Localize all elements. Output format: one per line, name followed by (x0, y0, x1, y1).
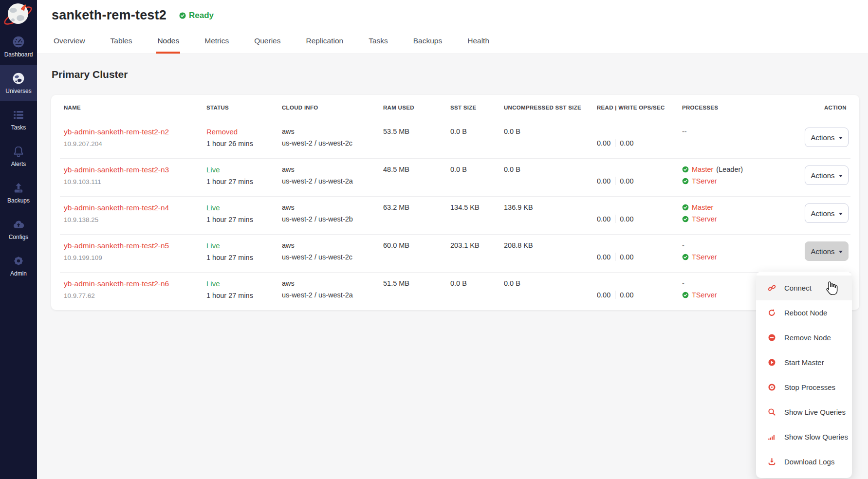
node-status: Live (206, 279, 282, 288)
sidebar-item-label: Admin (10, 270, 27, 277)
actions-button-open[interactable]: Actions (805, 241, 849, 261)
column-header-ram-used: RAM USED (383, 105, 450, 111)
tab-queries[interactable]: Queries (253, 33, 281, 54)
process-tserver-link[interactable]: TServer (692, 177, 717, 185)
node-ip: 10.9.103.111 (64, 178, 206, 185)
sidebar-item-alerts[interactable]: Alerts (0, 138, 37, 174)
write-ops: 0.00 (620, 253, 633, 261)
tab-nodes[interactable]: Nodes (156, 33, 180, 54)
cloud-region: us-west-2 / us-west-2b (282, 215, 383, 223)
divider (615, 253, 615, 261)
cloud-provider: aws (282, 241, 383, 249)
uncompressed-sst-size: 136.9 KB (504, 203, 597, 234)
menu-item-label: Show Live Queries (784, 408, 846, 416)
cloud-region: us-west-2 / us-west-2a (282, 177, 383, 185)
status-badge: Ready (179, 11, 214, 20)
menu-item-label: Reboot Node (784, 309, 827, 317)
tab-tasks[interactable]: Tasks (368, 33, 389, 54)
column-header-action: ACTION (814, 105, 859, 111)
process-tserver-link[interactable]: TServer (692, 253, 717, 261)
reboot-icon (768, 309, 776, 317)
cloud-provider: aws (282, 166, 383, 173)
menu-item-reboot-node[interactable]: Reboot Node (756, 300, 852, 325)
node-link[interactable]: yb-admin-sanketh-rem-test2-n3 (64, 166, 169, 174)
sidebar-item-label: Dashboard (4, 51, 33, 58)
node-link[interactable]: yb-admin-sanketh-rem-test2-n4 (64, 203, 169, 212)
sidebar-item-admin[interactable]: Admin (0, 247, 37, 284)
node-status: Live (206, 203, 282, 212)
universe-title: sanketh-rem-test2 (52, 8, 166, 23)
menu-item-label: Stop Processes (784, 383, 835, 391)
menu-item-show-slow-queries[interactable]: Show Slow Queries (756, 424, 852, 449)
sst-size: 0.0 B (450, 166, 504, 196)
process-tserver-link[interactable]: TServer (692, 291, 717, 299)
tab-overview[interactable]: Overview (53, 33, 86, 54)
process-master-link[interactable]: Master (692, 203, 713, 211)
stop-circle-icon (768, 383, 776, 391)
tab-replication[interactable]: Replication (305, 33, 344, 54)
cloud-provider: aws (282, 203, 383, 211)
node-uptime: 1 hour 27 mins (206, 254, 282, 261)
ram-used: 63.2 MB (383, 203, 450, 234)
chain-link-icon (768, 284, 776, 292)
menu-item-remove-node[interactable]: Remove Node (756, 325, 852, 350)
process-tserver-link[interactable]: TServer (692, 215, 717, 223)
check-circle-icon (682, 292, 689, 298)
tab-metrics[interactable]: Metrics (203, 33, 230, 54)
cloud-region: us-west-2 / us-west-2c (282, 139, 383, 147)
node-link[interactable]: yb-admin-sanketh-rem-test2-n6 (64, 279, 169, 288)
tab-tables[interactable]: Tables (110, 33, 133, 54)
write-ops: 0.00 (620, 139, 633, 147)
table-row: yb-admin-sanketh-rem-test2-n4 10.9.138.2… (51, 196, 859, 234)
menu-item-label: Remove Node (784, 333, 831, 342)
process-master-link[interactable]: Master (692, 166, 713, 173)
menu-item-label: Connect (784, 284, 812, 292)
node-uptime: 1 hour 26 mins (206, 140, 282, 147)
check-circle-icon (682, 166, 689, 173)
menu-item-stop-processes[interactable]: Stop Processes (756, 375, 852, 400)
menu-item-connect[interactable]: Connect (756, 276, 852, 300)
column-header-read-write: READ | WRITE OPS/SEC (597, 105, 682, 111)
main-content: sanketh-rem-test2 Ready Overview Tables … (37, 0, 868, 479)
node-status: Removed (206, 128, 282, 136)
tab-health[interactable]: Health (466, 33, 490, 54)
task-list-icon (12, 109, 25, 121)
sidebar-item-backups[interactable]: Backups (0, 174, 37, 211)
read-ops: 0.00 (597, 177, 610, 185)
menu-item-show-live-queries[interactable]: Show Live Queries (756, 400, 852, 424)
cloud-provider: aws (282, 128, 383, 135)
sst-size: 0.0 B (450, 128, 504, 158)
bar-chart-icon (768, 433, 776, 441)
sidebar-item-universes[interactable]: Universes (0, 65, 37, 101)
search-icon (768, 408, 776, 416)
globe-icon (12, 72, 25, 85)
hand-cursor-icon (824, 281, 838, 296)
menu-item-start-master[interactable]: Start Master (756, 350, 852, 375)
nodes-table: NAME STATUS CLOUD INFO RAM USED SST SIZE… (51, 95, 859, 310)
tab-backups[interactable]: Backups (412, 33, 443, 54)
sst-size: 0.0 B (450, 279, 504, 310)
process-leader-suffix: (Leader) (716, 166, 743, 173)
write-ops: 0.00 (620, 291, 633, 299)
read-ops: 0.00 (597, 139, 610, 147)
yugabyte-logo[interactable] (0, 0, 37, 28)
node-status: Live (206, 241, 282, 250)
sidebar-item-dashboard[interactable]: Dashboard (0, 28, 37, 65)
actions-button[interactable]: Actions (805, 166, 849, 185)
gear-icon (12, 255, 25, 267)
node-link[interactable]: yb-admin-sanketh-rem-test2-n5 (64, 241, 169, 250)
table-row: yb-admin-sanketh-rem-test2-n3 10.9.103.1… (51, 158, 859, 196)
table-header-row: NAME STATUS CLOUD INFO RAM USED SST SIZE… (51, 95, 859, 120)
actions-button[interactable]: Actions (805, 128, 849, 147)
actions-button[interactable]: Actions (805, 203, 849, 223)
divider (615, 177, 615, 185)
dashboard-gauge-icon (12, 36, 25, 48)
sidebar-item-configs[interactable]: Configs (0, 211, 37, 247)
menu-item-label: Show Slow Queries (784, 433, 848, 441)
minus-circle-icon (768, 333, 776, 342)
tab-bar: Overview Tables Nodes Metrics Queries Re… (37, 33, 868, 54)
menu-item-download-logs[interactable]: Download Logs (756, 449, 852, 474)
node-link[interactable]: yb-admin-sanketh-rem-test2-n2 (64, 128, 169, 136)
ram-used: 51.5 MB (383, 279, 450, 310)
sidebar-item-tasks[interactable]: Tasks (0, 101, 37, 138)
